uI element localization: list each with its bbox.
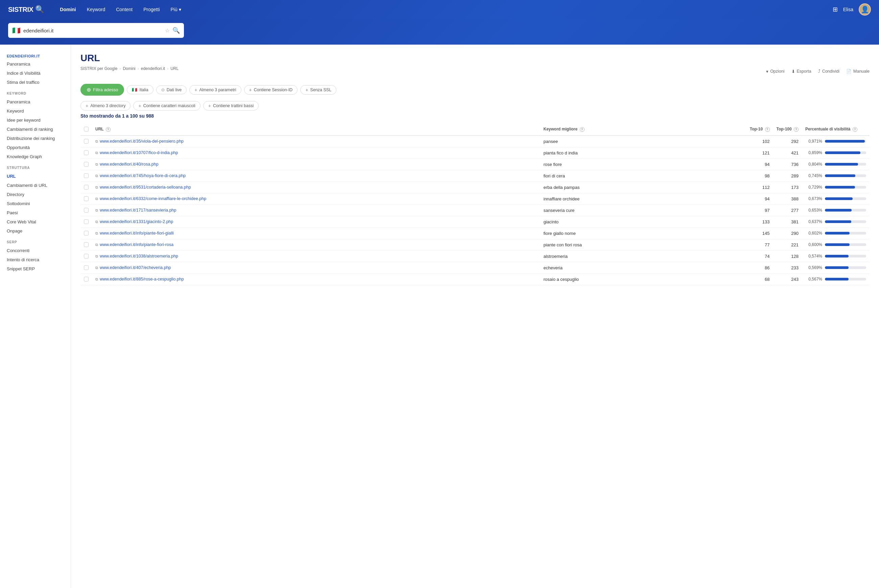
row-checkbox[interactable] [84,150,89,155]
url-link[interactable]: ⧉www.edendeifiori.it/1717/sansevieria.ph… [95,208,537,213]
visibility-cell: 0,729% [802,182,870,193]
url-link[interactable]: ⧉www.edendeifiori.it/407/echeveria.php [95,265,537,270]
filter-chip-contiene-session-id[interactable]: +Contiene Session-ID [244,85,298,94]
row-checkbox[interactable] [84,265,89,270]
sidebar-item-keyword[interactable]: Keyword [0,106,71,116]
url-link[interactable]: ⧉www.edendeifiori.it/info/piante-fiori-r… [95,242,537,247]
sidebar-item-idee-per-keyword[interactable]: Idee per keyword [0,116,71,125]
visibility-cell: 0,637% [802,216,870,227]
search-go-icon[interactable]: 🔍 [173,27,180,34]
sidebar-item-opportunità[interactable]: Opportunità [0,143,71,152]
row-checkbox[interactable] [84,185,89,190]
sidebar-item-panoramica[interactable]: Panoramica [0,98,71,106]
vis-bar-bg [825,174,866,177]
sidebar-item-distribuzione-dei-ranking[interactable]: Distribuzione dei ranking [0,134,71,143]
filter-button[interactable]: ⊕Filtra adesso [80,84,124,96]
sidebar-section-keyword: KEYWORD [0,87,71,98]
sidebar-item-cambiamenti-di-ranking[interactable]: Cambiamenti di ranking [0,125,71,134]
row-checkbox[interactable] [84,277,89,282]
sidebar-item-panoramica[interactable]: Panoramica [0,60,71,69]
keyword-cell: erba della pampas [540,182,746,193]
filter-chip-contiene-caratteri-maiuscoli[interactable]: +Contiene caratteri maiuscoli [133,101,200,111]
url-link[interactable]: ⧉www.edendeifiori.it/9531/cortaderia-sel… [95,185,537,190]
url-link[interactable]: ⧉www.edendeifiori.it/1038/alstroemeria.p… [95,254,537,258]
keyword-help-icon[interactable]: ? [580,127,584,132]
nav-item-content[interactable]: Content [111,5,137,14]
url-link[interactable]: ⧉www.edendeifiori.it/40/rosa.php [95,162,537,166]
url-link[interactable]: ⧉www.edendeifiori.it/35/viola-del-pensie… [95,139,537,144]
top-nav: SISTRIX 🔍 DominiKeywordContentProgettiPi… [0,0,879,19]
breadcrumb-item-2[interactable]: edendeifiori.it [141,66,165,71]
nav-item-più[interactable]: Più ▾ [166,5,186,14]
url-link[interactable]: ⧉www.edendeifiori.it/745/hoya-fiore-di-c… [95,173,537,178]
row-checkbox[interactable] [84,231,89,236]
url-link[interactable]: ⧉www.edendeifiori.it/6332/come-innaffiar… [95,196,537,201]
sidebar-item-onpage[interactable]: Onpage [0,226,71,236]
breadcrumb-item-1[interactable]: Domini [123,66,135,71]
vis-help-icon[interactable]: ? [853,127,857,132]
link-icon: ⧉ [95,162,98,166]
sidebar-item-snippet-serp[interactable]: Snippet SERP [0,264,71,273]
row-checkbox[interactable] [84,254,89,258]
esporta-button[interactable]: ⬇ Esporta [792,69,811,74]
avatar[interactable]: 👤 [859,3,871,15]
filter-chip-dati-live[interactable]: ⊙Dati live [156,86,186,94]
toolbar-row2: +Almeno 3 directory+Contiene caratteri m… [80,101,870,111]
sidebar-item-concorrenti[interactable]: Concorrenti [0,246,71,255]
sidebar-item-stima-del-traffico[interactable]: Stima del traffico [0,78,71,87]
row-checkbox[interactable] [84,208,89,213]
logo[interactable]: SISTRIX 🔍 [8,5,44,14]
sidebar-item-intento-di-ricerca[interactable]: Intento di ricerca [0,255,71,264]
vis-bar [825,232,850,234]
url-link[interactable]: ⧉www.edendeifiori.it/info/piante-fiori-g… [95,231,537,236]
url-help-icon[interactable]: ? [106,127,111,132]
sidebar-item-indice-di-visibilità[interactable]: Indice di Visibilità [0,69,71,78]
row-checkbox[interactable] [84,242,89,247]
vis-bar [825,140,865,142]
vis-bar-bg [825,232,866,234]
table-row: ⧉www.edendeifiori.it/885/rose-a-cespugli… [80,273,870,285]
row-checkbox[interactable] [84,139,89,144]
filter-chip-italia[interactable]: 🇮🇹Italia [127,85,153,94]
table-row: ⧉www.edendeifiori.it/9531/cortaderia-sel… [80,182,870,193]
sidebar-item-paesi[interactable]: Paesi [0,208,71,217]
row-checkbox[interactable] [84,162,89,166]
nav-item-keyword[interactable]: Keyword [82,5,110,14]
nav-item-progetti[interactable]: Progetti [138,5,164,14]
breadcrumb-item-3: URL [170,66,179,71]
filter-chip-senza-ssl[interactable]: +Senza SSL [300,85,337,94]
filter-chip-almeno-3-parametri[interactable]: +Almeno 3 parametri [189,85,241,94]
nav-item-domini[interactable]: Domini [55,5,80,14]
chip-label: Senza SSL [310,87,332,92]
top10-help-icon[interactable]: ? [765,127,770,132]
row-checkbox[interactable] [84,219,89,224]
sidebar-section-serp: SERP [0,236,71,246]
top100-cell: 421 [773,147,802,159]
table-row: ⧉www.edendeifiori.it/1717/sansevieria.ph… [80,204,870,216]
top100-help-icon[interactable]: ? [794,127,799,132]
vis-bar-bg [825,278,866,280]
star-icon[interactable]: ☆ [165,27,170,34]
sidebar-item-url[interactable]: URL [0,172,71,181]
row-checkbox[interactable] [84,196,89,201]
sidebar-item-sottodomini[interactable]: Sottodomini [0,199,71,208]
search-input[interactable] [23,28,162,33]
grid-icon[interactable]: ⊞ [833,6,838,13]
condividi-button[interactable]: ⤴ Condividi [818,69,840,74]
url-link[interactable]: ⧉www.edendeifiori.it/1331/giacinto-2.php [95,219,537,224]
filter-chip-almeno-3-directory[interactable]: +Almeno 3 directory [80,101,131,111]
url-link[interactable]: ⧉www.edendeifiori.it/885/rose-a-cespugli… [95,277,537,282]
breadcrumb-item-0[interactable]: SISTRIX per Google [80,66,117,71]
select-all-checkbox[interactable] [84,127,89,132]
manuale-button[interactable]: 📄 Manuale [846,69,870,74]
filter-chip-contiene-trattini-bassi[interactable]: +Contiene trattini bassi [203,101,258,111]
row-checkbox[interactable] [84,173,89,178]
chip-label: Almeno 3 directory [90,104,125,108]
sidebar-item-knowledge-graph[interactable]: Knowledge Graph [0,152,71,161]
sidebar-item-directory[interactable]: Directory [0,190,71,199]
url-link[interactable]: ⧉www.edendeifiori.it/10707/fico-d-india.… [95,150,537,155]
opzioni-button[interactable]: ▾ Opzioni [766,69,784,74]
sidebar-item-core-web-vital[interactable]: Core Web Vital [0,217,71,226]
chip-label: Italia [139,87,148,92]
sidebar-item-cambiamenti-di-url[interactable]: Cambiamenti di URL [0,181,71,190]
